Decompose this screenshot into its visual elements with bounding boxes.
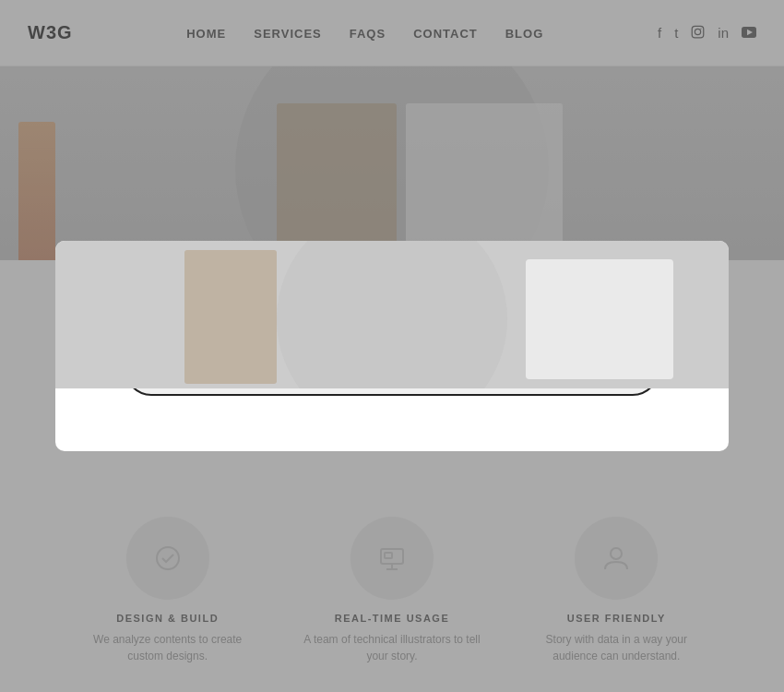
modal-top-background (55, 241, 729, 388)
modal: https://www.example.com (55, 241, 729, 451)
modal-bg-white-block (526, 259, 673, 379)
modal-bg-brown-block (184, 250, 277, 384)
modal-bg-circle (277, 241, 507, 388)
